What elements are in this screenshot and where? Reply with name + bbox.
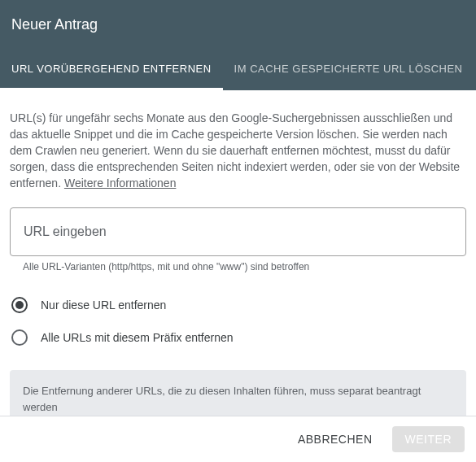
- radio-label: Alle URLs mit diesem Präfix entfernen: [41, 331, 234, 344]
- next-button[interactable]: WEITER: [392, 426, 465, 452]
- radio-label: Nur diese URL entfernen: [41, 299, 166, 312]
- radio-prefix-urls[interactable]: Alle URLs mit diesem Präfix entfernen: [10, 321, 466, 354]
- description-text: URL(s) für ungefähr sechs Monate aus den…: [10, 110, 466, 191]
- url-helper-text: Alle URL-Varianten (http/https, mit und …: [10, 261, 466, 272]
- radio-icon: [11, 329, 28, 346]
- radio-dot: [15, 301, 24, 309]
- tab-bar: URL VORÜBERGEHEND ENTFERNEN IM CACHE GES…: [0, 50, 476, 90]
- url-input-wrapper: [10, 207, 466, 256]
- dialog-title: Neuer Antrag: [11, 16, 465, 33]
- tab-cached-remove[interactable]: IM CACHE GESPEICHERTE URL LÖSCHEN: [223, 50, 474, 90]
- more-info-link[interactable]: Weitere Informationen: [64, 177, 176, 190]
- url-input[interactable]: [24, 211, 452, 252]
- radio-only-this-url[interactable]: Nur diese URL entfernen: [10, 289, 466, 321]
- dialog-footer: ABBRECHEN WEITER: [0, 416, 476, 462]
- radio-icon: [11, 297, 28, 313]
- dialog-header: Neuer Antrag: [0, 0, 476, 50]
- dialog-content: URL(s) für ungefähr sechs Monate aus den…: [0, 90, 476, 438]
- tab-temporary-remove[interactable]: URL VORÜBERGEHEND ENTFERNEN: [0, 50, 223, 90]
- cancel-button[interactable]: ABBRECHEN: [285, 426, 386, 452]
- radio-group: Nur diese URL entfernen Alle URLs mit di…: [10, 289, 466, 354]
